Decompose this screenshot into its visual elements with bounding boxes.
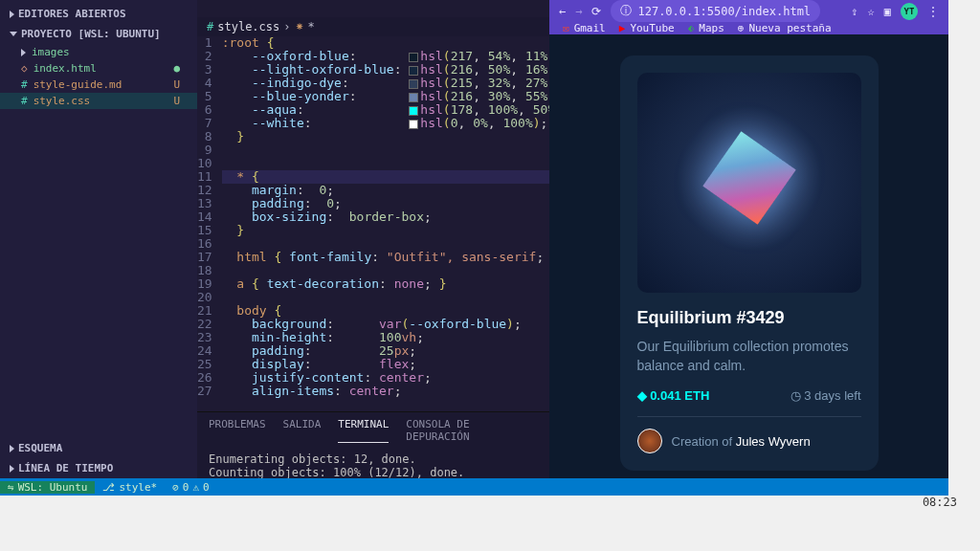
profile-avatar[interactable]: YT bbox=[901, 3, 918, 20]
timeline-section[interactable]: LÍNEA DE TIEMPO bbox=[0, 458, 197, 478]
bookmark-bar: ✉ Gmail▶ YouTube⬖ Maps⊕ Nueva pestaña bbox=[549, 22, 948, 34]
youtube-icon: ▶ bbox=[619, 22, 626, 34]
creator-text: Creation of Jules Wyvern bbox=[672, 434, 811, 449]
panel-tabs: PROBLEMASSALIDATERMINALCONSOLA DE DEPURA… bbox=[197, 412, 549, 449]
project-section[interactable]: PROYECTO [WSL: UBUNTU] bbox=[0, 24, 197, 44]
file-row[interactable]: images bbox=[0, 44, 197, 60]
panel-tab[interactable]: CONSOLA DE DEPURACIÓN bbox=[406, 418, 538, 443]
status-bar: ⇋ WSL: Ubuntu ⎇ style* ⊘ 0 ⚠ 0 bbox=[0, 478, 948, 496]
menu-icon[interactable]: ⋮ bbox=[927, 5, 939, 18]
newtab-icon: ⊕ bbox=[738, 22, 745, 34]
bookmark-item[interactable]: ✉ Gmail bbox=[563, 22, 606, 34]
file-row[interactable]: # style-guide.md U bbox=[0, 77, 197, 93]
chevron-right-icon bbox=[21, 49, 26, 56]
bookmark-item[interactable]: ▶ YouTube bbox=[619, 22, 675, 34]
nft-card: Equilibrium #3429 Our Equilibrium collec… bbox=[620, 55, 879, 471]
file-name: style.css bbox=[33, 95, 91, 107]
chevron-right-icon bbox=[10, 465, 14, 473]
extensions-icon[interactable]: ▣ bbox=[884, 5, 891, 18]
page-viewport[interactable]: Equilibrium #3429 Our Equilibrium collec… bbox=[549, 34, 948, 492]
url-text: 127.0.0.1:5500/index.html bbox=[637, 5, 811, 18]
open-editors-section[interactable]: EDITORES ABIERTOS bbox=[0, 4, 197, 24]
timeline-label: LÍNEA DE TIEMPO bbox=[18, 462, 113, 474]
terminal-line: Enumerating objects: 12, done. bbox=[209, 452, 538, 466]
branch-indicator[interactable]: ⎇ style* bbox=[95, 481, 165, 494]
system-clock[interactable]: 08:23 bbox=[923, 496, 957, 509]
problems-indicator[interactable]: ⊘ 0 ⚠ 0 bbox=[165, 481, 217, 494]
bookmark-item[interactable]: ⊕ Nueva pestaña bbox=[738, 22, 832, 34]
project-label: PROYECTO [WSL: UBUNTU] bbox=[21, 28, 161, 40]
breadcrumb-file: style.css bbox=[217, 20, 279, 33]
file-name: index.html bbox=[33, 62, 97, 75]
info-icon: ⓘ bbox=[620, 3, 632, 19]
file-row[interactable]: # style.css U bbox=[0, 93, 197, 109]
terminal-line: Counting objects: 100% (12/12), done. bbox=[209, 466, 538, 479]
bottom-panel: PROBLEMASSALIDATERMINALCONSOLA DE DEPURA… bbox=[197, 411, 549, 478]
file-status: U bbox=[173, 95, 180, 107]
share-icon[interactable]: ⇪ bbox=[851, 5, 858, 18]
card-title[interactable]: Equilibrium #3429 bbox=[637, 308, 861, 328]
outline-section[interactable]: ESQUEMA bbox=[0, 438, 197, 458]
file-name: images bbox=[32, 46, 70, 58]
code-editor[interactable]: 1234567891011121314151617181920212223242… bbox=[197, 36, 549, 411]
file-status: U bbox=[173, 78, 180, 91]
nav-back-icon[interactable]: ← bbox=[559, 5, 566, 18]
nav-forward-icon[interactable]: → bbox=[575, 5, 582, 18]
time-left: ◷ 3 days left bbox=[791, 388, 861, 403]
file-name: style-guide.md bbox=[33, 78, 122, 91]
creator-name[interactable]: Jules Wyvern bbox=[736, 434, 811, 449]
explorer-sidebar: EDITORES ABIERTOS PROYECTO [WSL: UBUNTU]… bbox=[0, 0, 197, 478]
creator-avatar[interactable] bbox=[637, 429, 662, 453]
gmail-icon: ✉ bbox=[563, 22, 569, 34]
chevron-down-icon bbox=[10, 32, 17, 36]
breadcrumb[interactable]: # style.css › ⁕ * bbox=[197, 17, 549, 36]
card-description: Our Equilibrium collection promotes bala… bbox=[637, 338, 861, 375]
file-row[interactable]: ◇ index.html ● bbox=[0, 60, 197, 77]
url-pill[interactable]: ⓘ 127.0.0.1:5500/index.html bbox=[611, 0, 820, 22]
price: ◆ 0.041 ETH bbox=[637, 388, 710, 403]
editor-area: # style.css › ⁕ * 1234567891011121314151… bbox=[197, 0, 549, 478]
bookmark-item[interactable]: ⬖ Maps bbox=[688, 22, 724, 34]
chevron-right-icon bbox=[10, 445, 14, 452]
star-icon[interactable]: ☆ bbox=[868, 5, 875, 18]
reload-icon[interactable]: ⟳ bbox=[591, 5, 601, 18]
card-image[interactable] bbox=[637, 73, 861, 293]
chevron-right-icon bbox=[10, 11, 14, 18]
outline-label: ESQUEMA bbox=[18, 442, 62, 454]
cube-illustration bbox=[702, 132, 795, 225]
remote-indicator[interactable]: ⇋ WSL: Ubuntu bbox=[0, 481, 95, 494]
open-editors-label: EDITORES ABIERTOS bbox=[18, 8, 126, 20]
panel-tab[interactable]: TERMINAL bbox=[338, 418, 389, 443]
browser-window: ← → ⟳ ⓘ 127.0.0.1:5500/index.html ⇪ ☆ ▣ … bbox=[549, 0, 948, 478]
panel-tab[interactable]: SALIDA bbox=[283, 418, 322, 443]
file-status: ● bbox=[173, 62, 180, 75]
address-bar: ← → ⟳ ⓘ 127.0.0.1:5500/index.html ⇪ ☆ ▣ … bbox=[549, 0, 948, 22]
maps-icon: ⬖ bbox=[688, 22, 695, 34]
breadcrumb-symbol: * bbox=[308, 20, 315, 33]
panel-tab[interactable]: PROBLEMAS bbox=[209, 418, 266, 443]
editor-tabs[interactable] bbox=[197, 0, 549, 17]
